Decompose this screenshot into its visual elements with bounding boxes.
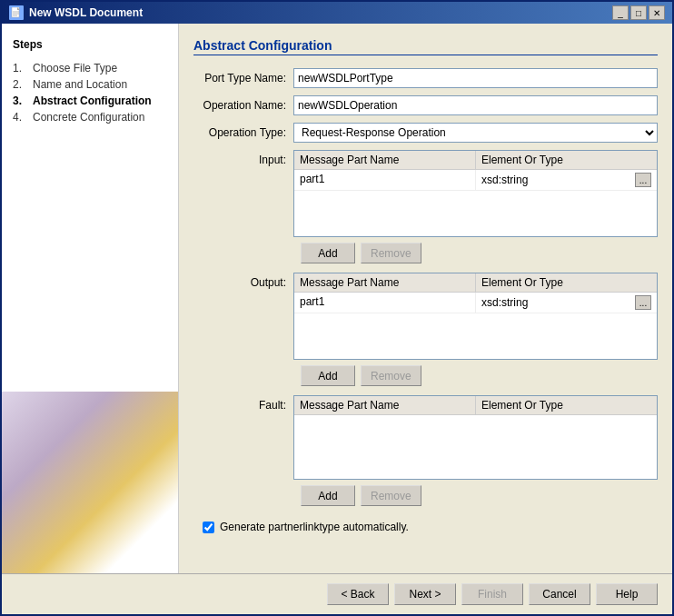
sidebar-decoration <box>2 392 178 573</box>
step-2-num: 2. <box>13 78 29 91</box>
window: New WSDL Document _ □ ✕ Steps 1. Choose … <box>0 0 674 616</box>
input-add-button[interactable]: Add <box>301 243 355 263</box>
close-button[interactable]: ✕ <box>649 5 665 20</box>
input-col1-header: Message Part Name <box>294 151 476 169</box>
fault-remove-button[interactable]: Remove <box>361 485 421 506</box>
title-bar: New WSDL Document _ □ ✕ <box>2 2 672 24</box>
step-1-num: 1. <box>13 62 29 75</box>
input-remove-button[interactable]: Remove <box>361 243 421 263</box>
output-col2-header: Element Or Type <box>476 273 657 292</box>
input-table: Message Part Name Element Or Type part1 … <box>293 150 658 237</box>
port-type-row: Port Type Name: <box>193 68 658 88</box>
fault-section: Fault: Message Part Name Element Or Type <box>193 395 658 480</box>
output-table-header: Message Part Name Element Or Type <box>294 273 657 293</box>
output-section: Output: Message Part Name Element Or Typ… <box>193 273 658 360</box>
operation-name-input[interactable] <box>293 95 658 115</box>
document-icon <box>9 5 24 20</box>
output-remove-button[interactable]: Remove <box>361 365 421 386</box>
step-4-num: 4. <box>13 111 29 124</box>
fault-col2-header: Element Or Type <box>476 396 657 414</box>
input-col2-header: Element Or Type <box>476 151 657 169</box>
fault-table-header: Message Part Name Element Or Type <box>294 396 657 415</box>
step-3-label: Abstract Configuration <box>33 94 152 107</box>
checkbox-row: Generate partnerlinktype automatically. <box>193 521 658 533</box>
footer: < Back Next > Finish Cancel Help <box>2 573 672 614</box>
steps-heading: Steps <box>13 38 167 51</box>
maximize-button[interactable]: □ <box>630 5 647 20</box>
title-bar-controls: _ □ ✕ <box>612 5 665 20</box>
fault-table-empty <box>294 415 657 479</box>
step-4-label: Concrete Configuration <box>33 111 144 124</box>
back-button[interactable]: < Back <box>327 583 389 605</box>
operation-type-select[interactable]: Request-Response Operation One Way Opera… <box>293 123 658 143</box>
input-table-header: Message Part Name Element Or Type <box>294 151 657 170</box>
step-1: 1. Choose File Type <box>13 62 167 75</box>
output-row-0-part: part1 <box>294 293 476 313</box>
output-table-empty <box>294 313 657 359</box>
output-row-0[interactable]: part1 xsd:string ... <box>294 293 657 313</box>
input-section: Input: Message Part Name Element Or Type… <box>193 150 658 237</box>
output-btn-row: Add Remove <box>193 365 658 386</box>
input-row-0[interactable]: part1 xsd:string ... <box>294 170 657 191</box>
section-title: Abstract Configuration <box>193 38 658 55</box>
output-row-0-type: xsd:string ... <box>476 293 657 313</box>
input-btn-row: Add Remove <box>193 243 658 263</box>
input-row-0-browse-button[interactable]: ... <box>635 173 651 187</box>
fault-col1-header: Message Part Name <box>294 396 476 414</box>
sidebar: Steps 1. Choose File Type 2. Name and Lo… <box>2 24 179 573</box>
step-3-num: 3. <box>13 94 29 107</box>
output-label: Output: <box>193 273 293 289</box>
step-4: 4. Concrete Configuration <box>13 111 167 124</box>
fault-table: Message Part Name Element Or Type <box>293 395 658 480</box>
operation-name-row: Operation Name: <box>193 95 658 115</box>
input-row-0-part: part1 <box>294 170 476 190</box>
steps-list: 1. Choose File Type 2. Name and Location… <box>13 62 167 124</box>
operation-type-row: Operation Type: Request-Response Operati… <box>193 123 658 143</box>
title-bar-left: New WSDL Document <box>9 5 143 20</box>
fault-add-button[interactable]: Add <box>301 485 355 506</box>
cancel-button[interactable]: Cancel <box>529 583 590 605</box>
main-panel: Abstract Configuration Port Type Name: O… <box>179 24 672 573</box>
generate-partnerlink-checkbox[interactable] <box>203 522 214 533</box>
operation-name-label: Operation Name: <box>193 99 293 112</box>
output-add-button[interactable]: Add <box>301 365 355 386</box>
fault-label: Fault: <box>193 395 293 412</box>
output-table: Message Part Name Element Or Type part1 … <box>293 273 658 360</box>
operation-type-label: Operation Type: <box>193 126 293 139</box>
generate-partnerlink-label: Generate partnerlinktype automatically. <box>220 521 409 533</box>
output-row-0-browse-button[interactable]: ... <box>635 295 651 310</box>
step-1-label: Choose File Type <box>33 62 117 75</box>
operation-type-select-wrapper: Request-Response Operation One Way Opera… <box>293 123 658 143</box>
help-button[interactable]: Help <box>596 583 658 605</box>
input-table-empty <box>294 191 657 236</box>
port-type-label: Port Type Name: <box>193 72 293 84</box>
port-type-input[interactable] <box>293 68 658 88</box>
step-2: 2. Name and Location <box>13 78 167 91</box>
window-title: New WSDL Document <box>29 6 143 19</box>
output-col1-header: Message Part Name <box>294 273 476 292</box>
step-2-label: Name and Location <box>33 78 127 91</box>
input-row-0-type: xsd:string ... <box>476 170 657 190</box>
content-area: Steps 1. Choose File Type 2. Name and Lo… <box>2 24 672 573</box>
input-label: Input: <box>193 150 293 166</box>
minimize-button[interactable]: _ <box>612 5 629 20</box>
next-button[interactable]: Next > <box>394 583 456 605</box>
fault-btn-row: Add Remove <box>193 485 658 506</box>
step-3: 3. Abstract Configuration <box>13 94 167 107</box>
finish-button[interactable]: Finish <box>461 583 523 605</box>
